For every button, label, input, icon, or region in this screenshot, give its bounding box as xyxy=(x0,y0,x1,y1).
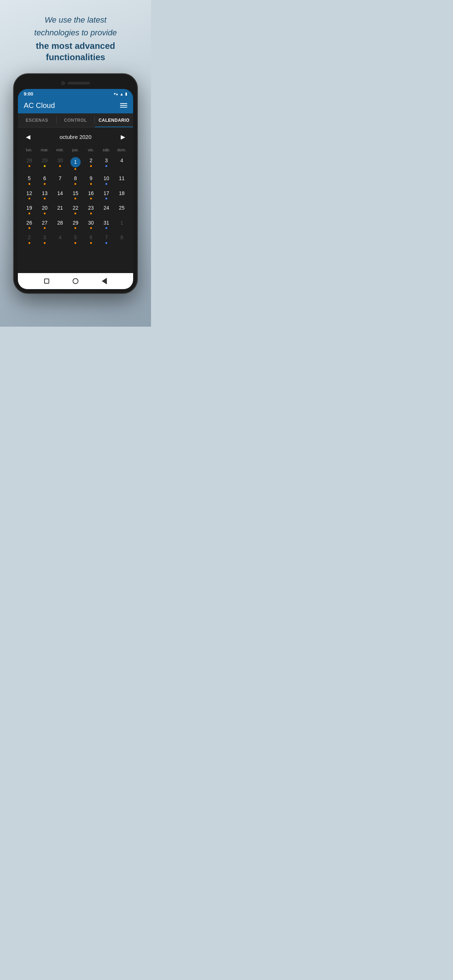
status-bar: 9:00 ▾▴ ▲ ▮ xyxy=(18,89,133,99)
table-row[interactable]: 17 xyxy=(99,188,114,203)
phone-bottom-nav xyxy=(18,273,133,289)
table-row[interactable]: 6 xyxy=(37,173,52,188)
table-row[interactable]: 25 xyxy=(114,202,129,217)
calendar-week-2: 5 6 7 8 9 10 11 xyxy=(22,173,129,188)
header-italic-line1: We use the latest xyxy=(11,14,140,26)
menu-icon[interactable] xyxy=(120,103,127,108)
page-wrapper: We use the latest technologies to provid… xyxy=(0,0,151,327)
table-row[interactable]: 28 xyxy=(53,217,68,232)
table-row[interactable]: 30 xyxy=(53,155,68,173)
square-nav-button[interactable] xyxy=(43,277,50,285)
header-italic-line2: technologies to provide xyxy=(11,27,140,39)
day-header-mie: mié. xyxy=(53,146,68,153)
square-icon xyxy=(44,278,49,284)
table-row[interactable]: 28 xyxy=(22,155,37,173)
calendar-week-1: 28 29 30 1 2 3 4 xyxy=(22,155,129,173)
status-time: 9:00 xyxy=(24,91,33,97)
tab-control[interactable]: CONTROL xyxy=(57,113,95,127)
calendar-weeks: 28 29 30 1 2 3 4 5 6 xyxy=(22,155,129,247)
signal-icon: ▲ xyxy=(120,92,124,96)
app-title: AC Cloud xyxy=(24,101,55,110)
calendar-week-6: 2 3 4 5 6 7 8 xyxy=(22,232,129,247)
phone-outer: 9:00 ▾▴ ▲ ▮ AC Cloud xyxy=(13,74,137,293)
calendar-nav: ◀ octubre 2020 ▶ xyxy=(22,132,129,142)
table-row[interactable]: 10 xyxy=(99,173,114,188)
table-row[interactable]: 5 xyxy=(68,232,83,247)
table-row[interactable]: 15 xyxy=(68,188,83,203)
battery-icon: ▮ xyxy=(125,92,127,96)
day-headers: lun. mar. mié. jue. vie. sáb. dom. xyxy=(22,146,129,153)
prev-month-button[interactable]: ◀ xyxy=(23,132,33,142)
day-header-dom: dom. xyxy=(114,146,129,153)
day-header-mar: mar. xyxy=(37,146,52,153)
table-row[interactable]: 8 xyxy=(114,232,129,247)
day-header-jue: jue. xyxy=(68,146,83,153)
table-row[interactable]: 24 xyxy=(99,202,114,217)
month-title: octubre 2020 xyxy=(59,134,91,140)
phone-screen: 9:00 ▾▴ ▲ ▮ AC Cloud xyxy=(18,89,133,289)
table-row[interactable]: 18 xyxy=(114,188,129,203)
table-row[interactable]: 29 xyxy=(68,217,83,232)
table-row[interactable]: 9 xyxy=(83,173,99,188)
table-row[interactable]: 2 xyxy=(83,155,99,173)
status-icons: ▾▴ ▲ ▮ xyxy=(114,92,127,96)
table-row[interactable]: 6 xyxy=(83,232,99,247)
table-row[interactable]: 1 xyxy=(114,217,129,232)
back-icon xyxy=(102,278,107,285)
table-row[interactable]: 13 xyxy=(37,188,52,203)
table-row[interactable]: 22 xyxy=(68,202,83,217)
table-row[interactable]: 29 xyxy=(37,155,52,173)
table-row[interactable]: 5 xyxy=(22,173,37,188)
table-row[interactable]: 7 xyxy=(53,173,68,188)
wifi-icon: ▾▴ xyxy=(114,92,118,96)
table-row[interactable]: 12 xyxy=(22,188,37,203)
tab-bar: ESCENAS CONTROL CALENDARIO xyxy=(18,113,133,127)
tab-calendario[interactable]: CALENDARIO xyxy=(95,113,133,127)
phone-top-bar xyxy=(18,78,133,88)
table-row[interactable]: 27 xyxy=(37,217,52,232)
next-month-button[interactable]: ▶ xyxy=(118,132,128,142)
home-nav-button[interactable] xyxy=(72,277,79,285)
calendar-week-5: 26 27 28 29 30 31 1 xyxy=(22,217,129,232)
tab-escenas[interactable]: ESCENAS xyxy=(18,113,56,127)
front-camera xyxy=(61,81,65,85)
table-row[interactable]: 30 xyxy=(83,217,99,232)
home-icon xyxy=(73,278,78,284)
day-header-sab: sáb. xyxy=(99,146,114,153)
header-bold-line: the most advanced functionalities xyxy=(11,40,140,63)
back-nav-button[interactable] xyxy=(100,277,108,285)
table-row[interactable]: 31 xyxy=(99,217,114,232)
app-bottom-spacer xyxy=(18,251,133,273)
day-header-lun: lun. xyxy=(22,146,37,153)
calendar-week-4: 19 20 21 22 23 24 25 xyxy=(22,202,129,217)
calendar-container: ◀ octubre 2020 ▶ lun. mar. mié. jue. vie… xyxy=(18,127,133,251)
table-row[interactable]: 11 xyxy=(114,173,129,188)
table-row[interactable]: 4 xyxy=(114,155,129,173)
app-header: AC Cloud xyxy=(18,99,133,113)
table-row[interactable]: 14 xyxy=(53,188,68,203)
table-row[interactable]: 26 xyxy=(22,217,37,232)
calendar-week-3: 12 13 14 15 16 17 18 xyxy=(22,188,129,203)
table-row[interactable]: 8 xyxy=(68,173,83,188)
table-row[interactable]: 20 xyxy=(37,202,52,217)
table-row[interactable]: 19 xyxy=(22,202,37,217)
table-row[interactable]: 1 xyxy=(68,155,83,173)
table-row[interactable]: 3 xyxy=(99,155,114,173)
table-row[interactable]: 2 xyxy=(22,232,37,247)
table-row[interactable]: 7 xyxy=(99,232,114,247)
phone-container: 9:00 ▾▴ ▲ ▮ AC Cloud xyxy=(0,70,151,304)
header-text-section: We use the latest technologies to provid… xyxy=(0,0,151,70)
table-row[interactable]: 16 xyxy=(83,188,99,203)
phone-speaker xyxy=(68,82,90,84)
day-header-vie: vie. xyxy=(83,146,99,153)
calendar-grid: lun. mar. mié. jue. vie. sáb. dom. 28 xyxy=(22,146,129,247)
table-row[interactable]: 3 xyxy=(37,232,52,247)
table-row[interactable]: 21 xyxy=(53,202,68,217)
table-row[interactable]: 4 xyxy=(53,232,68,247)
table-row[interactable]: 23 xyxy=(83,202,99,217)
